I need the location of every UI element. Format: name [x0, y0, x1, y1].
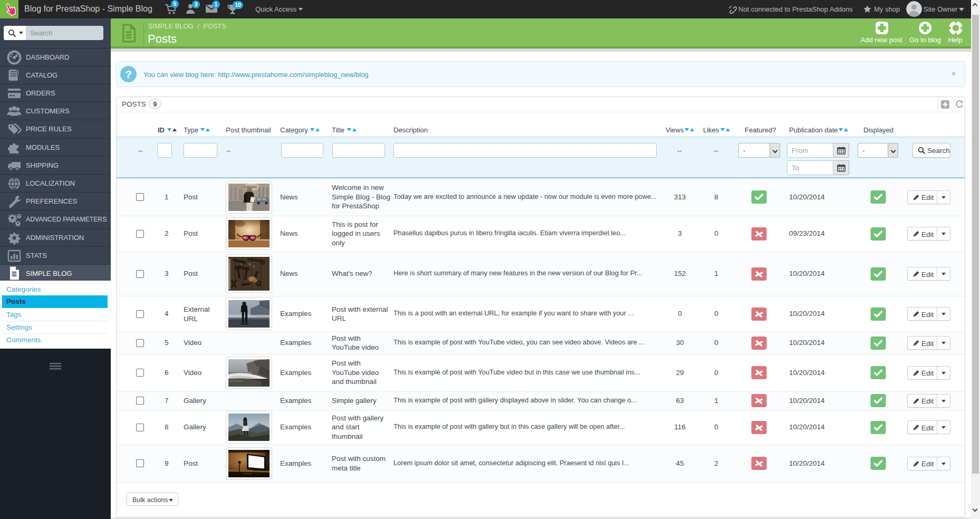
svg-text:?: ? — [125, 68, 132, 80]
